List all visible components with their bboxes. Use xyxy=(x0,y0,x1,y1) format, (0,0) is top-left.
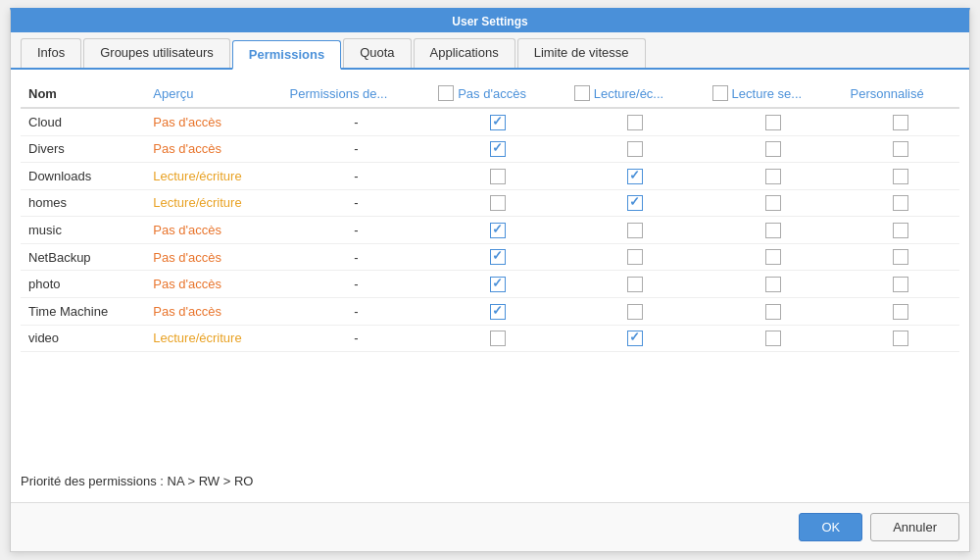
checkbox-na-8[interactable] xyxy=(490,331,506,346)
cell-rw-3[interactable] xyxy=(566,189,705,217)
checkbox-custom-1[interactable] xyxy=(893,141,908,157)
cell-dash-5: - xyxy=(282,243,431,271)
cell-apercu-0: Pas d'accès xyxy=(145,108,281,135)
permissions-table: Nom Aperçu Permissions de... Pas d'accès xyxy=(21,79,959,352)
cell-ro-8[interactable] xyxy=(705,325,843,352)
checkbox-na-1[interactable] xyxy=(490,141,506,157)
cell-nom-3: homes xyxy=(21,189,145,217)
col-header-lecture-seule[interactable]: Lecture se... xyxy=(705,79,843,108)
checkbox-custom-4[interactable] xyxy=(893,223,908,238)
cell-na-0[interactable] xyxy=(430,108,565,135)
cell-custom-8[interactable] xyxy=(842,325,959,352)
checkbox-ro-5[interactable] xyxy=(765,249,781,265)
cell-ro-2[interactable] xyxy=(705,163,843,190)
tab-limite[interactable]: Limite de vitesse xyxy=(517,38,646,68)
cell-ro-0[interactable] xyxy=(705,108,843,135)
checkbox-custom-8[interactable] xyxy=(893,331,908,346)
checkbox-rw-2[interactable] xyxy=(627,169,643,184)
checkbox-na-0[interactable] xyxy=(490,115,506,130)
checkbox-rw-6[interactable] xyxy=(627,277,643,292)
checkbox-ro-7[interactable] xyxy=(765,304,781,320)
checkbox-ro-8[interactable] xyxy=(765,331,781,346)
cell-rw-1[interactable] xyxy=(566,135,705,163)
cell-custom-3[interactable] xyxy=(842,189,959,217)
checkbox-na-6[interactable] xyxy=(490,277,506,292)
checkbox-custom-6[interactable] xyxy=(893,277,908,292)
checkbox-ro-6[interactable] xyxy=(765,277,781,292)
cell-ro-7[interactable] xyxy=(705,297,843,325)
checkbox-ro-4[interactable] xyxy=(765,223,781,238)
cell-dash-3: - xyxy=(282,189,431,217)
checkbox-custom-5[interactable] xyxy=(893,249,908,265)
cell-ro-4[interactable] xyxy=(705,217,843,244)
col-header-apercu: Aperçu xyxy=(145,79,281,108)
checkbox-na-4[interactable] xyxy=(490,223,506,238)
cell-ro-6[interactable] xyxy=(705,271,843,298)
cell-dash-4: - xyxy=(282,217,431,244)
cell-rw-4[interactable] xyxy=(566,217,705,244)
ok-button[interactable]: OK xyxy=(799,513,862,541)
cell-rw-5[interactable] xyxy=(566,243,705,271)
cell-rw-7[interactable] xyxy=(566,297,705,325)
cell-na-6[interactable] xyxy=(430,271,565,298)
cell-nom-7: Time Machine xyxy=(21,297,145,325)
tab-quota[interactable]: Quota xyxy=(343,38,411,68)
header-checkbox-na[interactable] xyxy=(438,85,454,101)
header-checkbox-ro[interactable] xyxy=(712,85,728,101)
tab-infos[interactable]: Infos xyxy=(21,38,81,68)
col-header-pas-dacces[interactable]: Pas d'accès xyxy=(430,79,565,108)
checkbox-na-3[interactable] xyxy=(490,195,506,211)
checkbox-rw-8[interactable] xyxy=(627,331,643,346)
cell-rw-6[interactable] xyxy=(566,271,705,298)
cell-na-4[interactable] xyxy=(430,217,565,244)
cell-na-7[interactable] xyxy=(430,297,565,325)
checkbox-ro-3[interactable] xyxy=(765,195,781,211)
cell-custom-1[interactable] xyxy=(842,135,959,163)
checkbox-custom-7[interactable] xyxy=(893,304,908,320)
cell-custom-7[interactable] xyxy=(842,297,959,325)
checkbox-rw-4[interactable] xyxy=(627,223,643,238)
cell-rw-0[interactable] xyxy=(566,108,705,135)
cell-rw-2[interactable] xyxy=(566,163,705,190)
cell-nom-0: Cloud xyxy=(21,108,145,135)
checkbox-ro-2[interactable] xyxy=(765,169,781,184)
checkbox-rw-5[interactable] xyxy=(627,249,643,265)
cell-na-8[interactable] xyxy=(430,325,565,352)
table-row: music Pas d'accès - xyxy=(21,217,959,244)
cell-custom-2[interactable] xyxy=(842,163,959,190)
cell-rw-8[interactable] xyxy=(566,325,705,352)
checkbox-rw-7[interactable] xyxy=(627,304,643,320)
cell-na-2[interactable] xyxy=(430,163,565,190)
cell-apercu-3: Lecture/écriture xyxy=(145,189,281,217)
checkbox-custom-0[interactable] xyxy=(893,115,908,130)
cell-custom-6[interactable] xyxy=(842,271,959,298)
cell-na-3[interactable] xyxy=(430,189,565,217)
cell-custom-4[interactable] xyxy=(842,217,959,244)
checkbox-rw-3[interactable] xyxy=(627,195,643,211)
cell-ro-5[interactable] xyxy=(705,243,843,271)
cell-ro-3[interactable] xyxy=(705,189,843,217)
checkbox-ro-0[interactable] xyxy=(765,115,781,130)
checkbox-rw-1[interactable] xyxy=(627,141,643,157)
checkbox-rw-0[interactable] xyxy=(627,115,643,130)
footer: OK Annuler xyxy=(11,502,969,551)
tab-applications[interactable]: Applications xyxy=(414,38,515,68)
tab-permissions[interactable]: Permissions xyxy=(232,40,341,70)
title-bar: User Settings xyxy=(11,11,969,32)
tab-groupes[interactable]: Groupes utilisateurs xyxy=(83,38,230,68)
cell-na-1[interactable] xyxy=(430,135,565,163)
header-checkbox-rw[interactable] xyxy=(574,85,590,101)
checkbox-custom-3[interactable] xyxy=(893,195,908,211)
checkbox-na-5[interactable] xyxy=(490,249,506,265)
checkbox-custom-2[interactable] xyxy=(893,169,908,184)
cancel-button[interactable]: Annuler xyxy=(870,513,959,541)
checkbox-ro-1[interactable] xyxy=(765,141,781,157)
checkbox-na-2[interactable] xyxy=(490,169,506,184)
cell-custom-0[interactable] xyxy=(842,108,959,135)
checkbox-na-7[interactable] xyxy=(490,304,506,320)
cell-custom-5[interactable] xyxy=(842,243,959,271)
cell-na-5[interactable] xyxy=(430,243,565,271)
cell-ro-1[interactable] xyxy=(705,135,843,163)
col-header-lecture-ecriture[interactable]: Lecture/éc... xyxy=(566,79,705,108)
table-row: photo Pas d'accès - xyxy=(21,271,959,298)
